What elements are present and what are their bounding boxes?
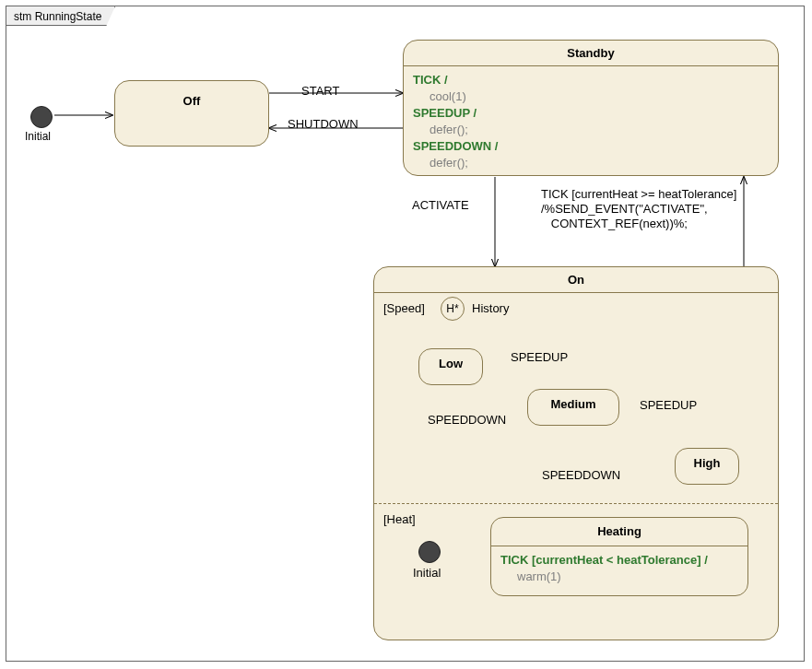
- region-speed-label: [Speed]: [383, 300, 425, 317]
- state-on-title: On: [374, 267, 778, 292]
- state-heating-body: TICK [currentHeat < heatTolerance] / war…: [491, 546, 747, 591]
- history-node: H*: [441, 297, 465, 321]
- heat-initial-node: [418, 541, 441, 563]
- standby-line1-trigger: SPEEDUP /: [413, 106, 477, 120]
- initial-label: Initial: [25, 130, 51, 143]
- edge-low-med-speedup: SPEEDUP: [511, 350, 568, 365]
- standby-line0-trigger: TICK /: [413, 73, 448, 87]
- state-heating-title: Heating: [491, 518, 747, 546]
- state-heating[interactable]: Heating TICK [currentHeat < heatToleranc…: [490, 517, 748, 596]
- state-high[interactable]: High: [675, 448, 739, 485]
- edge-med-low-speeddown: SPEEDDOWN: [428, 413, 506, 428]
- state-standby[interactable]: Standby TICK / cool(1) SPEEDUP / defer()…: [403, 40, 779, 176]
- edge-high-med-speeddown: SPEEDDOWN: [542, 468, 620, 483]
- state-standby-title: Standby: [404, 41, 778, 65]
- state-on[interactable]: On [Speed] H* History Low Medium High SP…: [373, 266, 779, 640]
- heating-action: warm(1): [500, 569, 738, 585]
- frame-tab: stm RunningState: [6, 6, 115, 26]
- edge-med-high-speedup: SPEEDUP: [640, 398, 697, 413]
- standby-line0-action: cool(1): [413, 88, 769, 105]
- standby-line2-trigger: SPEEDDOWN /: [413, 139, 498, 153]
- state-medium[interactable]: Medium: [527, 389, 619, 426]
- state-off-title: Off: [115, 81, 268, 113]
- standby-line2-action: defer();: [413, 155, 769, 171]
- statemachine-frame: stm RunningState Initial: [6, 6, 805, 662]
- standby-line1-action: defer();: [413, 122, 769, 138]
- edge-shutdown-label: SHUTDOWN: [288, 117, 359, 132]
- initial-node: [30, 106, 53, 128]
- state-standby-body: TICK / cool(1) SPEEDUP / defer(); SPEEDD…: [404, 66, 778, 177]
- heat-initial-label: Initial: [413, 565, 441, 581]
- state-low[interactable]: Low: [418, 348, 483, 385]
- edge-start-label: START: [301, 84, 339, 99]
- edge-activate-label: ACTIVATE: [412, 198, 469, 213]
- state-off[interactable]: Off: [114, 80, 269, 147]
- heating-trigger: TICK [currentHeat < heatTolerance] /: [500, 553, 708, 567]
- history-label: History: [472, 300, 509, 317]
- region-heat-label: [Heat]: [383, 511, 416, 528]
- edge-tickguard-label: TICK [currentHeat >= heatTolerance] /%SE…: [541, 187, 736, 231]
